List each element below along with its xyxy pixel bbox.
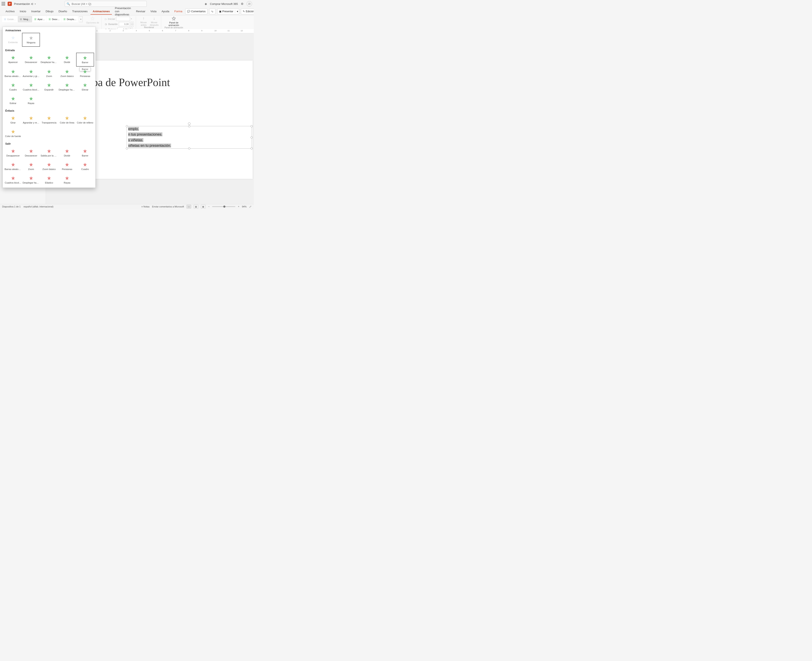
editing-mode-button[interactable]: ✎ Edición ▾: [241, 8, 254, 14]
resize-handle[interactable]: [250, 147, 253, 150]
animation-option[interactable]: Cuadros bicol…: [4, 173, 22, 187]
animation-option[interactable]: Girar: [4, 113, 22, 127]
present-button[interactable]: ▣ Presentar ▾: [217, 8, 239, 14]
pencil-icon: ✎: [243, 10, 245, 13]
sorter-view-button[interactable]: ▦: [194, 205, 198, 209]
animation-option[interactable]: Ninguna: [22, 33, 40, 47]
resize-handle[interactable]: [126, 147, 128, 150]
slide-counter[interactable]: Diapositiva 1 de 1: [2, 205, 21, 208]
animation-option[interactable]: Salida por la d…: [40, 146, 58, 160]
animation-option[interactable]: Rayas: [58, 173, 76, 187]
animation-option[interactable]: Dividir: [58, 146, 76, 160]
animation-option[interactable]: Desplazar haci…: [40, 53, 58, 66]
gallery-chip[interactable]: Apar…: [32, 16, 46, 22]
animation-option[interactable]: Zoom: [22, 160, 40, 173]
tab-forma[interactable]: Forma: [172, 8, 185, 14]
animation-option[interactable]: Persianas: [76, 67, 94, 80]
animation-option[interactable]: Persianas: [58, 160, 76, 173]
user-avatar[interactable]: JD: [247, 1, 252, 6]
bullet-line[interactable]: n tus presentaciones.: [127, 132, 252, 137]
editing-label: Edición: [246, 10, 254, 13]
animation-pane-button[interactable]: Panel de animación: [166, 16, 181, 26]
tab-animaciones[interactable]: Animaciones: [91, 8, 112, 14]
resize-handle[interactable]: [250, 136, 253, 139]
document-title[interactable]: Presentación: [14, 2, 30, 5]
animation-option[interactable]: Barrer: [76, 146, 94, 160]
reading-view-button[interactable]: ▣: [201, 205, 206, 209]
animation-option[interactable]: Estirar: [4, 94, 22, 107]
gallery-chip[interactable]: Ning…: [18, 16, 32, 22]
animation-option[interactable]: Desvanecer: [22, 146, 40, 160]
animation-option[interactable]: Aparecer: [4, 53, 22, 66]
tab-vista[interactable]: Vista: [148, 8, 159, 14]
comments-button[interactable]: 💬 Comentarios: [185, 8, 207, 14]
animation-option[interactable]: Color de fuente: [4, 127, 22, 140]
gallery-chip[interactable]: Despla…: [62, 16, 78, 22]
gallery-chip[interactable]: Desv…: [47, 16, 61, 22]
slide[interactable]: ba de PowerPoint emplo.n tus presentacio…: [94, 61, 253, 179]
animation-option[interactable]: Zoom básico: [58, 67, 76, 80]
tab-diseño[interactable]: Diseño: [56, 8, 69, 14]
settings-gear-icon[interactable]: ⚙: [241, 2, 244, 5]
tab-transiciones[interactable]: Transiciones: [70, 8, 90, 14]
animation-option[interactable]: Aumentar y gi…: [22, 67, 40, 80]
svg-marker-37: [11, 163, 15, 166]
move-before-button: ↑ Mover antes: [139, 16, 148, 26]
animation-option[interactable]: Cuadro: [76, 160, 94, 173]
search-input[interactable]: [71, 2, 145, 6]
animation-option[interactable]: BarrerBarrer: [76, 53, 94, 67]
animation-option[interactable]: Rayas: [22, 94, 40, 107]
fit-to-window-button[interactable]: ⤢: [249, 205, 252, 208]
zoom-out-button[interactable]: −: [208, 205, 209, 208]
animation-option[interactable]: Zoom: [40, 67, 58, 80]
animation-option[interactable]: Desplegar hac…: [58, 80, 76, 94]
animation-option[interactable]: Transparencia: [40, 113, 58, 127]
animation-option[interactable]: Dividir: [58, 53, 76, 66]
animation-option[interactable]: Expandir: [40, 80, 58, 94]
tab-archivo[interactable]: Archivo: [3, 8, 17, 14]
slide-title[interactable]: ba de PowerPoint: [93, 61, 253, 89]
animation-option[interactable]: Cuadros bicol…: [22, 80, 40, 94]
catch-up-button[interactable]: ∿: [209, 8, 215, 14]
notes-toggle[interactable]: ≡ Notas: [142, 205, 150, 208]
animation-option[interactable]: Color de relleno: [76, 113, 94, 127]
animation-option[interactable]: Barras aleatori…: [4, 160, 22, 173]
animation-option[interactable]: Barras aleatori…: [4, 67, 22, 80]
animation-option[interactable]: Agrandar y re…: [22, 113, 40, 127]
zoom-thumb[interactable]: [223, 206, 225, 208]
zoom-level[interactable]: 94%: [242, 205, 247, 208]
content-textbox[interactable]: emplo.n tus presentaciones.s viñetas. vi…: [127, 126, 252, 148]
resize-handle[interactable]: [188, 125, 190, 127]
resize-handle[interactable]: [250, 125, 253, 127]
language-indicator[interactable]: español (alfab. internacional): [24, 205, 53, 208]
gallery-more-button[interactable]: ▾: [79, 16, 83, 22]
tab-ayuda[interactable]: Ayuda: [160, 8, 171, 14]
tab-presentación-con-diapositivas[interactable]: Presentación con diapositivas: [113, 5, 133, 18]
animation-option[interactable]: Desplegar hac…: [22, 173, 40, 187]
tab-inicio[interactable]: Inicio: [18, 8, 28, 14]
resize-handle[interactable]: [126, 125, 128, 127]
chevron-down-icon[interactable]: ▾: [237, 10, 238, 13]
feedback-link[interactable]: Enviar comentarios a Microsoft: [152, 205, 184, 208]
app-launcher-icon[interactable]: [2, 2, 5, 6]
tab-revisar[interactable]: Revisar: [134, 8, 147, 14]
normal-view-button[interactable]: ▭: [187, 205, 191, 209]
title-dropdown-icon[interactable]: ▾: [35, 3, 36, 5]
animation-option[interactable]: Cuadro: [4, 80, 22, 94]
tab-dibujo[interactable]: Dibujo: [43, 8, 56, 14]
animation-option[interactable]: Elástico: [40, 173, 58, 187]
buy-m365-link[interactable]: Comprar Microsoft 365: [210, 2, 238, 5]
animation-option[interactable]: Zoom básico: [40, 160, 58, 173]
search-box[interactable]: 🔍: [65, 1, 147, 7]
animation-option[interactable]: Color de línea: [58, 113, 76, 127]
bullet-line[interactable]: s viñetas.: [127, 137, 252, 143]
svg-marker-43: [29, 176, 33, 180]
animation-option[interactable]: Elevar: [76, 80, 94, 94]
zoom-in-button[interactable]: +: [238, 205, 239, 208]
tab-insertar[interactable]: Insertar: [29, 8, 43, 14]
animation-option[interactable]: Desaparecer: [4, 146, 22, 160]
resize-handle[interactable]: [188, 147, 190, 150]
rotation-handle[interactable]: [188, 123, 190, 125]
zoom-slider[interactable]: [212, 206, 235, 207]
animation-option[interactable]: Desvanecer: [22, 53, 40, 66]
